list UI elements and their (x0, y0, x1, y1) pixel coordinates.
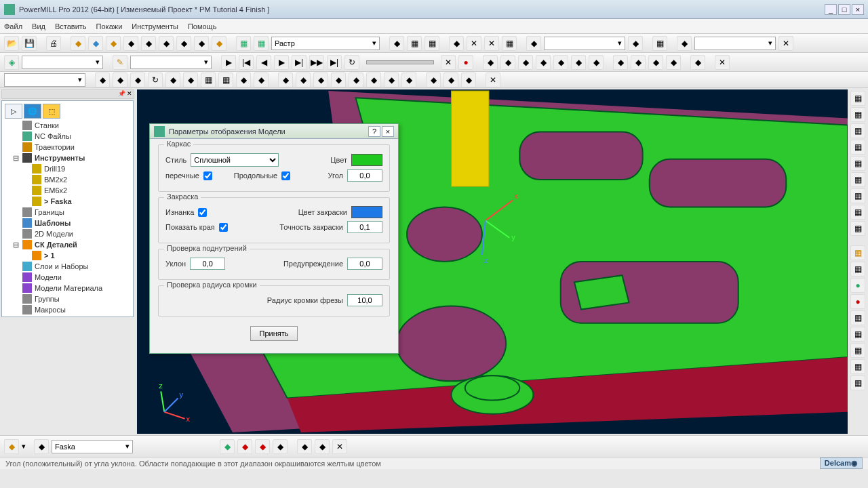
tb2-icon-21[interactable]: ◆ (690, 55, 705, 70)
rt-icon-15[interactable]: ▦ (850, 327, 865, 342)
tree-tab-1[interactable]: ▷ (5, 104, 22, 119)
tb2-icon-2[interactable]: ✎ (113, 55, 127, 70)
rt-icon-14[interactable]: ▦ (850, 310, 865, 325)
step-back-icon[interactable]: ◀ (256, 55, 271, 70)
radius-input[interactable] (347, 294, 382, 306)
rt-icon-7[interactable]: ▦ (850, 188, 865, 203)
tree-item[interactable]: ⊟Инструменты (13, 152, 132, 163)
tree-item[interactable]: Модели (13, 272, 132, 283)
tree-tab-2[interactable]: 🌐 (24, 104, 41, 119)
tb3-close[interactable]: ✕ (486, 73, 500, 87)
close-button[interactable]: × (852, 4, 864, 15)
tb2-icon-13[interactable]: ◆ (536, 55, 551, 70)
angle-input[interactable] (347, 169, 382, 182)
tb2-close-2[interactable]: ✕ (715, 55, 730, 70)
bt-icon-4[interactable]: ◆ (237, 439, 252, 454)
tree-item[interactable]: Шаблоны (13, 218, 132, 228)
strategy-dropdown[interactable]: Растр▾ (271, 37, 380, 50)
tb2-icon-16[interactable]: ◆ (589, 55, 604, 70)
rt-icon-6[interactable]: ▦ (850, 172, 865, 187)
tb-icon-2[interactable]: ◆ (88, 36, 103, 51)
tb3-icon-20[interactable]: ◆ (443, 73, 458, 87)
menu-tools[interactable]: Инструменты (132, 22, 178, 30)
accept-button[interactable]: Принять (250, 326, 298, 341)
dialog-help-button[interactable]: ? (368, 126, 380, 137)
tb3-icon-11[interactable]: ◆ (278, 73, 293, 87)
tb3-icon-6[interactable]: ◆ (183, 73, 198, 87)
panel-close-icon[interactable]: ✕ (127, 90, 132, 98)
panel-pin-icon[interactable]: 📌 (118, 90, 125, 98)
tb3-icon-16[interactable]: ◆ (366, 73, 381, 87)
tb2-icon-18[interactable]: ◆ (631, 55, 646, 70)
tb-icon-10[interactable]: ▦ (236, 36, 251, 51)
dropdown-4[interactable]: ▾ (22, 56, 103, 69)
tb-icon-22[interactable]: ◆ (677, 36, 692, 51)
tb2-icon-20[interactable]: ◆ (666, 55, 681, 70)
tree-item[interactable]: ⊟СК Деталей (13, 239, 132, 250)
tb-icon-7[interactable]: ◆ (176, 36, 191, 51)
tb3-icon-8[interactable]: ▦ (218, 73, 233, 87)
rt-icon-12[interactable]: ● (850, 278, 865, 293)
tree-item[interactable]: 2D Модели (13, 228, 132, 239)
bt-close-icon[interactable]: ✕ (332, 439, 347, 454)
rt-icon-18[interactable]: ▦ (850, 375, 865, 390)
tb3-icon-4[interactable]: ↻ (148, 73, 163, 87)
fill-color-swatch[interactable] (351, 206, 382, 218)
tree-item[interactable]: Группы (13, 293, 132, 304)
rt-icon-5[interactable]: ▦ (850, 156, 865, 171)
rt-icon-9[interactable]: ▦ (850, 221, 865, 236)
tb-icon-16[interactable]: ✕ (467, 36, 481, 51)
tb3-icon-5[interactable]: ◆ (165, 73, 180, 87)
bt-icon-2[interactable]: ◆ (34, 439, 49, 454)
tb3-icon-1[interactable]: ◆ (95, 73, 110, 87)
rt-icon-13[interactable]: ● (850, 294, 865, 309)
tb3-icon-12[interactable]: ◆ (296, 73, 311, 87)
tb3-icon-17[interactable]: ◆ (384, 73, 399, 87)
bt-icon-5[interactable]: ◆ (255, 439, 270, 454)
skip-back-icon[interactable]: |◀ (239, 55, 254, 70)
tb-close-icon[interactable]: ✕ (778, 36, 793, 51)
tb-icon-1[interactable]: ◆ (71, 36, 85, 51)
save-icon[interactable]: 💾 (22, 36, 37, 51)
rt-icon-2[interactable]: ▦ (850, 107, 865, 122)
print-icon[interactable]: 🖨 (46, 36, 61, 51)
tb3-icon-7[interactable]: ▦ (201, 73, 216, 87)
dropdown-3[interactable]: ▾ (694, 37, 776, 50)
tree-item[interactable]: NC Файлы (13, 131, 132, 142)
tb-icon-11[interactable]: ▦ (254, 36, 269, 51)
tree-item[interactable]: Границы (13, 207, 132, 218)
tb2-icon-15[interactable]: ◆ (571, 55, 586, 70)
tree-item[interactable]: Drill19 (22, 163, 132, 174)
tb3-icon-14[interactable]: ◆ (331, 73, 346, 87)
bt-icon-1[interactable]: ◆ (4, 439, 19, 454)
rt-icon-8[interactable]: ▦ (850, 205, 865, 220)
tb3-icon-2[interactable]: ◆ (113, 73, 127, 87)
tree-item[interactable]: > Faska (22, 196, 132, 207)
tb3-icon-13[interactable]: ◆ (313, 73, 328, 87)
tree-tab-3[interactable]: ⬚ (43, 104, 60, 119)
dropdown-5[interactable]: ▾ (130, 56, 212, 69)
tb2-icon-1[interactable]: ◈ (4, 55, 19, 70)
tb2-close[interactable]: ✕ (441, 55, 456, 70)
tb-icon-8[interactable]: ◆ (194, 36, 209, 51)
rt-icon-3[interactable]: ▦ (850, 123, 865, 138)
dialog-close-button[interactable]: × (382, 126, 394, 137)
tree-item[interactable]: Станки (13, 120, 132, 131)
menu-view[interactable]: Вид (32, 22, 45, 30)
tb-icon-4[interactable]: ◆ (123, 36, 138, 51)
slope-input[interactable] (190, 258, 225, 270)
tb3-icon-10[interactable]: ◆ (254, 73, 269, 87)
tb3-icon-21[interactable]: ◆ (461, 73, 476, 87)
tb-icon-6[interactable]: ◆ (159, 36, 174, 51)
maximize-button[interactable]: □ (838, 4, 850, 15)
rt-icon-10[interactable]: ▦ (850, 245, 865, 260)
menu-file[interactable]: Файл (4, 22, 22, 30)
accuracy-input[interactable] (347, 221, 382, 233)
bt-icon-8[interactable]: ◆ (315, 439, 330, 454)
tb-icon-19[interactable]: ◆ (526, 36, 541, 51)
tb-icon-21[interactable]: ▦ (652, 36, 667, 51)
play-start-icon[interactable]: ▶ (221, 55, 236, 70)
skip-end-icon[interactable]: ▶| (327, 55, 342, 70)
record-icon[interactable]: ● (458, 55, 473, 70)
dropdown-2[interactable]: ▾ (544, 37, 625, 50)
